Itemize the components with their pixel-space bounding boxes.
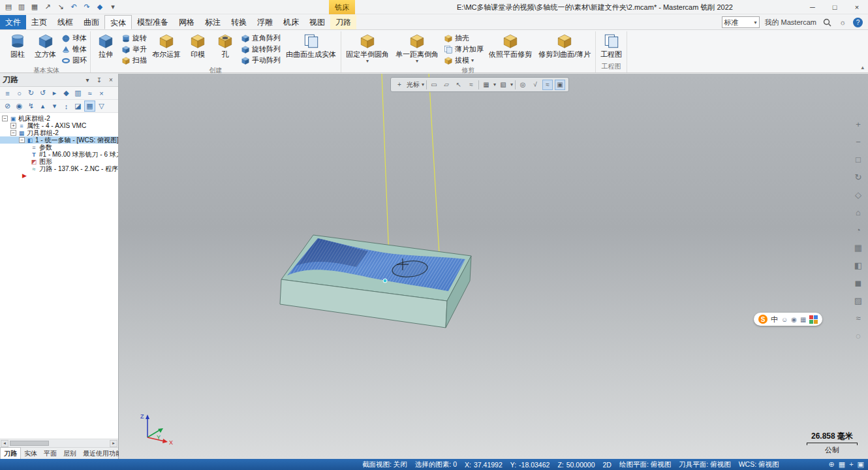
chevron-down-icon[interactable]: ▾ <box>416 59 418 63</box>
section-view-icon[interactable]: ◔ <box>851 223 865 237</box>
select-vector-icon[interactable]: ↖ <box>454 80 464 90</box>
end-selection-icon[interactable]: √ <box>530 80 540 90</box>
cone-button[interactable]: 锥体 <box>60 44 88 54</box>
wireframe-toggle-icon[interactable]: ◧ <box>851 258 865 272</box>
revolve-button[interactable]: 旋转 <box>120 33 148 43</box>
chevron-down-icon[interactable]: ▾ <box>471 58 474 63</box>
select-fence-icon[interactable]: ≈ <box>466 80 476 90</box>
tab-solids[interactable]: 实体 <box>104 15 132 29</box>
tab-home[interactable]: 主页 <box>26 15 52 29</box>
shaded-toggle-icon[interactable]: ◼ <box>851 275 865 290</box>
expander-icon[interactable]: − <box>10 130 16 136</box>
trim-to-plane-button[interactable]: 依照平面修剪 <box>486 31 535 58</box>
keyboard-icon[interactable]: ▦ <box>800 316 806 323</box>
draft-button[interactable]: 拔模 ▾ <box>442 55 485 65</box>
print-preview-icon[interactable]: ▦ <box>29 2 40 12</box>
tab-surfaces[interactable]: 曲面 <box>78 15 104 29</box>
coordinate-x[interactable]: X: 37.41992 <box>465 461 503 469</box>
zoom-window-icon[interactable]: □ <box>851 152 865 166</box>
gnomon-icon[interactable]: ⊕ <box>829 460 835 469</box>
print-icon[interactable]: ▥ <box>16 2 27 12</box>
select-all-operations-icon[interactable]: ≡ <box>2 87 13 99</box>
help-icon[interactable]: ? <box>853 18 863 27</box>
thicken-button[interactable]: 薄片加厚 <box>442 44 485 54</box>
style-combo[interactable]: 标准 ▾ <box>722 16 760 28</box>
expander-icon[interactable]: − <box>19 137 25 143</box>
redo-icon[interactable]: ↷ <box>81 2 93 12</box>
scrollbar-thumb[interactable] <box>10 441 49 446</box>
tab-transform[interactable]: 转换 <box>226 15 252 29</box>
tree-item-operation[interactable]: − ◧ 1 - 统一多轴 - [WCS: 俯视图] - [刀 <box>0 136 118 144</box>
toggle-display-icon[interactable]: ◉ <box>14 101 25 112</box>
wcs-status[interactable]: WCS: 俯视图 <box>739 460 779 469</box>
zoom-toggle-icon[interactable]: + <box>849 460 853 469</box>
ime-toolbox-icon[interactable] <box>809 315 818 324</box>
backplot-icon[interactable]: ▸ <box>49 87 60 99</box>
cube-button[interactable]: 立方体 <box>32 31 59 58</box>
tab-machine[interactable]: 机床 <box>278 15 304 29</box>
boolean-button[interactable]: 布尔运算 <box>149 31 183 58</box>
operations-tree[interactable]: − ▣ 机床群组-2 + ≡ 属性 - 4 - AXIS VMC − ▦ 刀具群… <box>0 113 118 439</box>
from-surfaces-button[interactable]: 由曲面生成实体 <box>283 31 339 58</box>
hide-entities-icon[interactable]: ◌ <box>851 328 865 343</box>
section-view-status[interactable]: 截面视图: 关闭 <box>362 460 407 469</box>
tab-wireframe[interactable]: 线框 <box>52 15 78 29</box>
mode-2d3d-toggle[interactable]: 2D <box>603 461 612 469</box>
select-window-icon[interactable]: ▭ <box>429 80 439 90</box>
shell-button[interactable]: 抽壳 <box>442 33 485 43</box>
screen-icon[interactable]: ▣ <box>858 460 864 469</box>
solid-model[interactable] <box>280 235 471 328</box>
torus-button[interactable]: 圆环 <box>60 55 88 65</box>
tree-item-properties[interactable]: + ≡ 属性 - 4 - AXIS VMC <box>0 122 118 129</box>
emoji-icon[interactable]: ☺ <box>781 316 788 323</box>
tree-item-toolpath[interactable]: ≈ 刀路 - 137.9K - 2.NC - 程序编号 <box>0 165 118 172</box>
close-button[interactable]: × <box>846 0 868 14</box>
unzoom-icon[interactable]: − <box>851 134 865 149</box>
drawing-button[interactable]: 工程图 <box>598 31 625 58</box>
translucency-icon[interactable]: ▨ <box>851 293 865 307</box>
regenerate-all-icon[interactable]: ↺ <box>37 87 48 99</box>
expander-icon[interactable]: + <box>10 123 16 129</box>
tab-drafting[interactable]: 标注 <box>200 15 226 29</box>
verify-icon[interactable]: ◆ <box>61 87 72 99</box>
view-orientation-icon[interactable]: ⌂ <box>851 205 865 219</box>
move-insert-up-icon[interactable]: ▴ <box>37 101 48 112</box>
grid-toggle-icon[interactable]: ▦ <box>839 460 845 469</box>
graphics-area[interactable] <box>119 74 868 459</box>
my-mastercam-link[interactable]: 我的 Mastercam <box>765 18 816 27</box>
rect-array-button[interactable]: 直角阵列 <box>240 33 282 43</box>
sphere-button[interactable]: 球体 <box>60 33 88 43</box>
regenerate-selected-icon[interactable]: ↻ <box>25 87 37 99</box>
filter-icon[interactable]: ▽ <box>96 101 107 112</box>
select-only-button[interactable]: ▧ <box>498 80 508 90</box>
chevron-down-icon[interactable]: ▾ <box>493 82 496 87</box>
toggle-lock-icon[interactable]: ⊘ <box>2 101 13 112</box>
export-icon[interactable]: ↗ <box>42 2 54 12</box>
rotary-array-button[interactable]: 旋转阵列 <box>240 44 282 54</box>
solid-select-icon[interactable]: ▣ <box>555 80 565 90</box>
tab-mesh[interactable]: 网格 <box>174 15 200 29</box>
loft-button[interactable]: 举升 <box>120 44 148 54</box>
delete-operations-icon[interactable]: × <box>96 87 107 99</box>
contextual-tab-mill[interactable]: 铣床 <box>329 0 355 14</box>
save-icon[interactable]: ▤ <box>3 2 14 12</box>
close-panel-icon[interactable]: × <box>106 76 116 84</box>
tab-art[interactable]: 浮雕 <box>252 15 278 29</box>
autocursor-icon[interactable]: + <box>394 80 405 90</box>
chamfer-button[interactable]: 单一距离倒角 ▾ <box>393 31 441 63</box>
maximize-button[interactable]: □ <box>824 0 846 14</box>
panel-tab-solids[interactable]: 实体 <box>21 448 40 460</box>
code-expert-icon[interactable]: ◆ <box>94 2 106 12</box>
cursor-dropdown[interactable]: 光标 <box>407 80 420 89</box>
move-insert-down-icon[interactable]: ▾ <box>49 101 60 112</box>
chevron-down-icon[interactable]: ▾ <box>366 59 369 63</box>
scroll-left-icon[interactable]: ◂ <box>1 440 8 447</box>
cylinder-button[interactable]: 圆柱 <box>5 31 31 58</box>
scroll-right-icon[interactable]: ▸ <box>110 440 117 447</box>
coordinate-z[interactable]: Z: 50.00000 <box>557 461 595 469</box>
import-icon[interactable]: ↘ <box>55 2 67 12</box>
tplane-status[interactable]: 刀具平面: 俯视图 <box>679 460 730 469</box>
toggle-rapid-icon[interactable]: ↯ <box>25 101 37 112</box>
sogou-logo-icon[interactable]: S <box>758 315 767 324</box>
insert-arrow-icon[interactable]: ▶ <box>0 172 118 180</box>
